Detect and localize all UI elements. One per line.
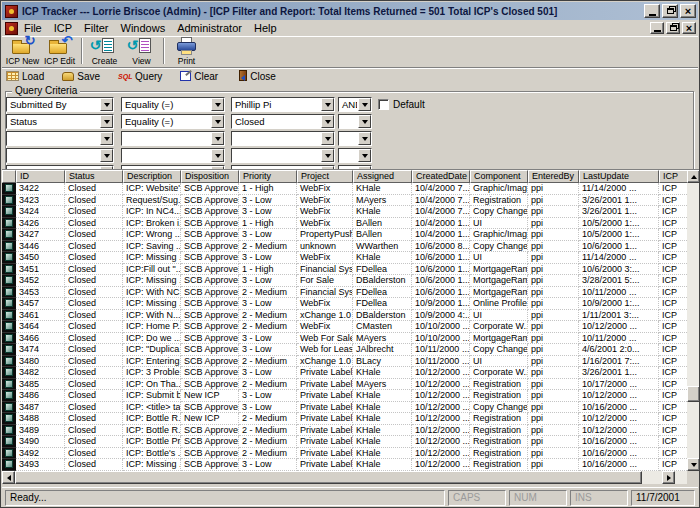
table-row[interactable]: 3474ClosedICP: "Duplica...SCB Approved3 … bbox=[2, 344, 687, 356]
minimize-button[interactable] bbox=[644, 4, 660, 18]
horizontal-scroll-thumb[interactable] bbox=[15, 471, 642, 484]
table-row[interactable]: 3422ClosedICP: Website'...SCB Approved1 … bbox=[2, 183, 687, 195]
column-header-project[interactable]: Project bbox=[297, 170, 353, 183]
query-field-combo-row4[interactable] bbox=[6, 148, 114, 163]
scroll-right-button[interactable] bbox=[662, 471, 675, 484]
vertical-scroll-thumb[interactable] bbox=[687, 386, 700, 402]
dropdown-arrow-button[interactable] bbox=[358, 132, 371, 145]
vertical-scrollbar[interactable] bbox=[687, 170, 700, 471]
create-button[interactable]: ↺Create bbox=[86, 37, 123, 66]
table-row[interactable]: 3453ClosedICP: With NC...SCB Approved2 -… bbox=[2, 287, 687, 299]
column-header-icp[interactable]: ICP bbox=[659, 170, 689, 183]
query-conjunction-combo-row3[interactable] bbox=[338, 131, 372, 146]
view-button[interactable]: ↺View bbox=[123, 37, 160, 66]
dropdown-arrow-button[interactable] bbox=[211, 115, 224, 128]
save-button[interactable]: Save bbox=[62, 69, 106, 85]
menu-windows[interactable]: Windows bbox=[115, 21, 172, 35]
column-header-disposition[interactable]: Disposition bbox=[181, 170, 239, 183]
query-operator-combo-row3[interactable] bbox=[121, 131, 225, 146]
table-row[interactable]: 3487ClosedICP: <title> ta...SCB Approved… bbox=[2, 402, 687, 414]
column-header-assigned[interactable]: Assigned bbox=[353, 170, 412, 183]
query-value-combo-row3[interactable] bbox=[231, 131, 335, 146]
query-operator-combo-row1[interactable]: Equality (=) bbox=[121, 97, 225, 112]
table-row[interactable]: 3450ClosedICP: Missing ...SCB Approved3 … bbox=[2, 252, 687, 264]
app-icon[interactable] bbox=[5, 5, 18, 18]
clear-button[interactable]: Clear bbox=[180, 69, 224, 85]
query-conjunction-combo-row2[interactable] bbox=[338, 114, 372, 129]
query-conjunction-combo-row1[interactable]: AND bbox=[338, 97, 372, 112]
query-value-combo-row1[interactable]: Phillip Pi bbox=[231, 97, 335, 112]
menu-filter[interactable]: Filter bbox=[78, 21, 114, 35]
table-row[interactable]: 3482ClosedICP: 3 Proble...SCB Approved3 … bbox=[2, 367, 687, 379]
table-row[interactable]: 3490ClosedICP: Bottle Pr...SCB Approved2… bbox=[2, 436, 687, 448]
table-row[interactable]: 3457ClosedICP: Missing ...SCB Approved3 … bbox=[2, 298, 687, 310]
child-close-button[interactable]: × bbox=[682, 22, 696, 34]
document-window-icon[interactable] bbox=[5, 22, 18, 35]
table-row[interactable]: 3427ClosedICP: Wrong ...SCB Approved3 - … bbox=[2, 229, 687, 241]
table-row[interactable]: 3451ClosedICP:Fill out "...SCB Approved1… bbox=[2, 264, 687, 276]
table-row[interactable]: 3426ClosedICP: Broken i...SCB Approved1 … bbox=[2, 218, 687, 230]
menu-administrator[interactable]: Administrator bbox=[171, 21, 248, 35]
dropdown-arrow-button[interactable] bbox=[211, 149, 224, 162]
dropdown-arrow-button[interactable] bbox=[100, 149, 113, 162]
scroll-down-button[interactable] bbox=[687, 458, 700, 471]
column-header-priority[interactable]: Priority bbox=[239, 170, 297, 183]
table-row[interactable]: 3492ClosedICP: Bottle's ...SCB Approved2… bbox=[2, 448, 687, 460]
default-checkbox[interactable] bbox=[378, 99, 389, 110]
query-conjunction-combo-row4[interactable] bbox=[338, 148, 372, 163]
query-sql-button[interactable]: SQLQuery bbox=[118, 69, 168, 85]
dropdown-arrow-button[interactable] bbox=[321, 98, 334, 111]
restore-button[interactable] bbox=[662, 4, 678, 18]
query-value-combo-row4[interactable] bbox=[231, 148, 335, 163]
table-row[interactable]: 3485ClosedICP: On Tha...SCB Approved2 - … bbox=[2, 379, 687, 391]
dropdown-arrow-button[interactable] bbox=[321, 149, 334, 162]
query-field-combo-row1[interactable]: Submitted By bbox=[6, 97, 114, 112]
dropdown-arrow-button[interactable] bbox=[358, 115, 371, 128]
query-field-combo-row3[interactable] bbox=[6, 131, 114, 146]
query-value-combo-row2[interactable]: Closed bbox=[231, 114, 335, 129]
scroll-up-button[interactable] bbox=[687, 170, 700, 183]
menu-help[interactable]: Help bbox=[248, 21, 283, 35]
close-button[interactable]: × bbox=[680, 4, 696, 18]
dropdown-arrow-button[interactable] bbox=[358, 98, 371, 111]
dropdown-arrow-button[interactable] bbox=[358, 149, 371, 162]
table-row[interactable]: 3489ClosedICP: Bottle R...SCB Approved2 … bbox=[2, 425, 687, 437]
table-row[interactable]: 3488ClosedICP: Bottle R...New ICP2 - Med… bbox=[2, 413, 687, 425]
table-row[interactable]: 3486ClosedICP: Submit b...New ICP3 - Low… bbox=[2, 390, 687, 402]
child-restore-button[interactable] bbox=[666, 22, 680, 34]
child-minimize-button[interactable] bbox=[650, 22, 664, 34]
table-row[interactable]: 3452ClosedICP: Missing ...SCB Approved3 … bbox=[2, 275, 687, 287]
icp-new-button[interactable]: ↻ICP New bbox=[4, 37, 41, 66]
dropdown-arrow-button[interactable] bbox=[100, 98, 113, 111]
column-header-createddate[interactable]: CreatedDate bbox=[412, 170, 470, 183]
table-row[interactable]: 3423ClosedRequest/Sug...SCB Approved3 - … bbox=[2, 195, 687, 207]
scroll-left-button[interactable] bbox=[2, 471, 15, 484]
column-header-status[interactable]: Status bbox=[65, 170, 123, 183]
dropdown-arrow-button[interactable] bbox=[100, 132, 113, 145]
table-row[interactable]: 3464ClosedICP: Home P...SCB Approved2 - … bbox=[2, 321, 687, 333]
column-header-id[interactable]: ID bbox=[16, 170, 65, 183]
dropdown-arrow-button[interactable] bbox=[321, 115, 334, 128]
table-row[interactable]: 3446ClosedICP: Saving ...SCB Approved2 -… bbox=[2, 241, 687, 253]
query-field-combo-row2[interactable]: Status bbox=[6, 114, 114, 129]
close-button[interactable]: Close bbox=[236, 69, 282, 85]
dropdown-arrow-button[interactable] bbox=[211, 98, 224, 111]
dropdown-arrow-button[interactable] bbox=[100, 115, 113, 128]
load-button[interactable]: Load bbox=[6, 69, 50, 85]
table-row[interactable]: 3424ClosedICP: In NC4....SCB Approved3 -… bbox=[2, 206, 687, 218]
query-operator-combo-row4[interactable] bbox=[121, 148, 225, 163]
table-row[interactable]: 3480ClosedICP: Entering...SCB Approved2 … bbox=[2, 356, 687, 368]
table-row[interactable]: 3461ClosedICP: With N...SCB Approved2 - … bbox=[2, 310, 687, 322]
column-header-enteredby[interactable]: EnteredBy bbox=[528, 170, 579, 183]
horizontal-scrollbar[interactable] bbox=[2, 471, 687, 484]
dropdown-arrow-button[interactable] bbox=[211, 132, 224, 145]
column-header-component[interactable]: Component bbox=[470, 170, 528, 183]
query-operator-combo-row2[interactable]: Equality (=) bbox=[121, 114, 225, 129]
table-row[interactable]: 3493ClosedICP: Missing ...SCB Approved3 … bbox=[2, 459, 687, 471]
column-header-lastupdate[interactable]: LastUpdate bbox=[579, 170, 659, 183]
column-header-description[interactable]: Description bbox=[123, 170, 181, 183]
table-row[interactable]: 3466ClosedICP: Do we ...SCB Approved3 - … bbox=[2, 333, 687, 345]
icp-edit-button[interactable]: ↶ICP Edit bbox=[41, 37, 78, 66]
dropdown-arrow-button[interactable] bbox=[321, 132, 334, 145]
print-button[interactable]: Print bbox=[168, 37, 205, 66]
